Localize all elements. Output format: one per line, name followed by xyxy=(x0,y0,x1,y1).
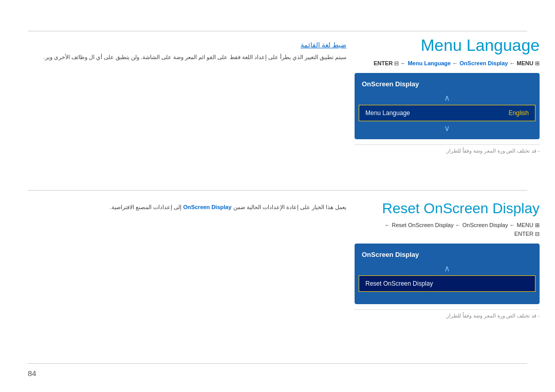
menu-language-nav: Menu Language xyxy=(408,60,451,66)
arabic-subtitle: ضبط لغة القائمة xyxy=(28,41,346,49)
section2-nav-path-1: ← Reset OnScreen Display ← OnScreen Disp… xyxy=(355,222,540,229)
arrow-up-2: ∧ xyxy=(355,262,540,275)
menu-language-label: Menu Language xyxy=(365,109,410,117)
top-divider xyxy=(28,31,527,31)
bottom-divider xyxy=(28,363,527,364)
chevron-down-icon: ∨ xyxy=(444,123,450,133)
enter-label: ENTER xyxy=(374,60,393,66)
mid-divider xyxy=(28,190,527,191)
menu-nav-2: MENU xyxy=(517,222,533,228)
section2-arabic-desc: يعمل هذا الخيار على إعادة الإعدادات الحا… xyxy=(28,203,346,212)
onscreen-nav-2: OnScreen Display xyxy=(462,222,508,228)
menu-language-row: Menu Language English xyxy=(359,105,535,121)
chevron-up-icon-2: ∧ xyxy=(444,264,450,273)
arrow-up-1: ∧ xyxy=(355,91,540,105)
section1-right: Menu Language ENTER ⊟ ← Menu Language ← … xyxy=(355,36,540,154)
osd-panel-1: OnScreen Display ∧ Menu Language English… xyxy=(355,73,540,139)
section2-nav-path-2: ENTER ⊟ xyxy=(355,231,540,237)
osd-title-text: OnScreen Display xyxy=(362,80,419,88)
section2-right: Reset OnScreen Display ← Reset OnScreen … xyxy=(355,200,540,319)
osd-panel-1-title: OnScreen Display xyxy=(355,77,540,91)
arabic-desc: سيتم تطبيق التغيير الذي يطرأ على إعداد ا… xyxy=(28,53,346,62)
section1-nav-path: ENTER ⊟ ← Menu Language ← OnScreen Displ… xyxy=(355,60,540,67)
onscreen-nav: OnScreen Display xyxy=(459,60,508,66)
chevron-up-icon: ∧ xyxy=(444,93,450,103)
osd-title-text-2: OnScreen Display xyxy=(362,251,419,258)
menu-nav: MENU xyxy=(517,60,533,66)
section2-note: - قد تختلف الص ورة المعر وضة وفقاً للطرا… xyxy=(355,309,540,319)
osd-panel-2: OnScreen Display ∧ Reset OnScreen Displa… xyxy=(355,244,540,304)
reset-osd-nav: Reset OnScreen Display xyxy=(392,222,453,228)
page-number: 84 xyxy=(28,369,36,378)
section1-arabic-content: ضبط لغة القائمة سيتم تطبيق التغيير الذي … xyxy=(28,41,346,62)
arrow-down-1: ∨ xyxy=(355,121,540,135)
osd-panel-2-title: OnScreen Display xyxy=(355,248,540,262)
menu-language-value: English xyxy=(509,109,529,117)
section1-note: - قد تختلف الص ورة المعر وضة وفقاً للطرا… xyxy=(355,144,540,154)
reset-osd-label: Reset OnScreen Display xyxy=(365,280,433,287)
reset-osd-row: Reset OnScreen Display xyxy=(359,275,535,292)
osd-panel-2-bottom-space xyxy=(355,292,540,300)
section2-title: Reset OnScreen Display xyxy=(355,200,540,217)
section2-arabic-content: يعمل هذا الخيار على إعادة الإعدادات الحا… xyxy=(28,203,346,212)
section1-title: Menu Language xyxy=(355,36,540,55)
